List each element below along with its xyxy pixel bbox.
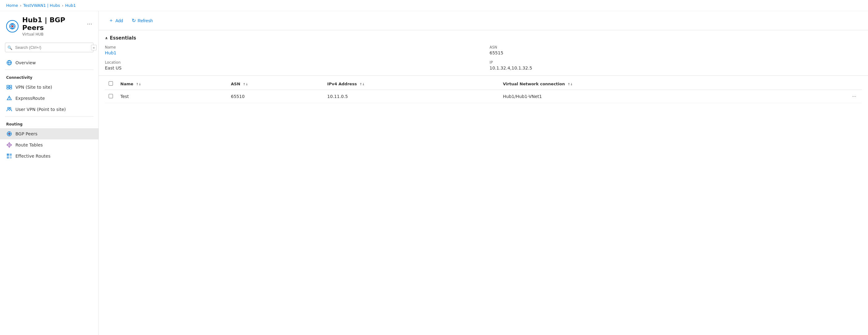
row-checkbox[interactable]	[108, 94, 113, 98]
table-header-checkbox	[105, 78, 117, 90]
table-section: Name ↑↓ ASN ↑↓ IPv4 Address ↑↓ Virtual	[99, 78, 868, 103]
svg-rect-38	[9, 153, 12, 156]
page-title-block: Hub1 | BGP Peers ··· Virtual HUB	[22, 16, 92, 36]
table-row: Test 65510 10.11.0.5 Hub1/Hub1-VNet1 ···	[105, 90, 862, 103]
col-vnetconn-sort[interactable]: ↑↓	[567, 83, 573, 86]
table-header-name[interactable]: Name ↑↓	[117, 78, 227, 90]
svg-point-30	[9, 147, 10, 148]
row-asn: 65510	[227, 90, 323, 103]
uservpn-icon	[6, 106, 12, 112]
sidebar-item-routetables[interactable]: Route Tables	[0, 139, 98, 150]
search-container: 🔍 «	[5, 43, 93, 52]
table-header-ipv4[interactable]: IPv4 Address ↑↓	[324, 78, 499, 90]
row-action-menu-btn[interactable]: ···	[850, 93, 858, 100]
essentials-location-label: Location	[105, 60, 477, 64]
svg-rect-11	[9, 87, 12, 89]
sidebar-item-routetables-label: Route Tables	[16, 142, 43, 147]
routing-divider	[5, 116, 93, 116]
essentials-location: Location East US	[105, 60, 477, 71]
col-ipv4-sort[interactable]: ↑↓	[360, 83, 365, 86]
sidebar-item-effectiveroutes[interactable]: Effective Routes	[0, 150, 98, 162]
effectiveroutes-icon	[6, 153, 12, 159]
svg-rect-9	[9, 85, 12, 87]
sidebar-item-expressroute-label: ExpressRoute	[16, 96, 45, 101]
svg-rect-8	[7, 85, 9, 87]
col-name-sort[interactable]: ↑↓	[136, 83, 141, 86]
essentials-name-label: Name	[105, 45, 477, 50]
essentials-grid: Name Hub1 ASN 65515 Location East US IP …	[105, 45, 862, 71]
sidebar-item-overview-label: Overview	[16, 60, 36, 65]
sidebar-item-uservpn-label: User VPN (Point to site)	[16, 107, 66, 112]
essentials-location-value: East US	[105, 65, 477, 71]
refresh-label: Refresh	[137, 18, 153, 23]
svg-point-32	[11, 145, 12, 145]
breadcrumb-home[interactable]: Home	[6, 3, 18, 8]
add-icon: ＋	[108, 17, 114, 24]
page-subtitle: Virtual HUB	[22, 32, 92, 36]
svg-rect-10	[7, 87, 9, 89]
sidebar: Hub1 | BGP Peers ··· Virtual HUB 🔍 «	[0, 11, 99, 335]
breadcrumb-testvwan[interactable]: TestVWAN1 | Hubs	[23, 3, 60, 8]
col-asn-label: ASN	[231, 82, 240, 86]
essentials-asn-label: ASN	[490, 45, 862, 50]
sidebar-item-overview[interactable]: Overview	[0, 57, 98, 68]
main-content: ＋ Add ↻ Refresh ∧ Essentials Name Hub1 A…	[99, 11, 868, 335]
essentials-ip: IP 10.1.32.4,10.1.32.5	[490, 60, 862, 71]
sidebar-item-expressroute[interactable]: ExpressRoute	[0, 93, 98, 104]
sidebar-item-vpn-label: VPN (Site to site)	[16, 85, 52, 90]
svg-rect-39	[7, 157, 9, 159]
sidebar-item-vpn[interactable]: VPN (Site to site)	[0, 82, 98, 93]
sidebar-item-uservpn[interactable]: User VPN (Point to site)	[0, 104, 98, 115]
essentials-name-value[interactable]: Hub1	[105, 50, 116, 55]
bgp-peers-table: Name ↑↓ ASN ↑↓ IPv4 Address ↑↓ Virtual	[105, 78, 862, 103]
svg-point-16	[9, 99, 9, 100]
toolbar: ＋ Add ↻ Refresh	[99, 11, 868, 30]
col-asn-sort[interactable]: ↑↓	[243, 83, 248, 86]
table-header-vnetconn[interactable]: Virtual Network connection ↑↓	[499, 78, 802, 90]
connectivity-section-label: Connectivity	[0, 71, 98, 82]
essentials-ip-label: IP	[490, 60, 862, 64]
bgp-icon	[6, 131, 12, 137]
add-button[interactable]: ＋ Add	[105, 16, 127, 26]
routetables-icon	[6, 142, 12, 148]
search-icon: 🔍	[7, 45, 12, 50]
svg-point-17	[8, 108, 9, 109]
table-header-actions	[802, 78, 862, 90]
row-ipv4: 10.11.0.5	[324, 90, 499, 103]
row-actions-cell: ···	[802, 90, 862, 103]
page-title: Hub1 | BGP Peers ···	[22, 16, 92, 31]
essentials-name: Name Hub1	[105, 45, 477, 55]
page-header: Hub1 | BGP Peers ··· Virtual HUB	[0, 11, 98, 39]
sidebar-item-bgppeers[interactable]: BGP Peers	[0, 128, 98, 139]
table-select-all-checkbox[interactable]	[108, 81, 113, 86]
search-input[interactable]	[5, 43, 93, 52]
col-vnetconn-label: Virtual Network connection	[503, 82, 565, 86]
svg-point-18	[9, 108, 11, 109]
connectivity-divider	[5, 69, 93, 70]
hub-icon	[6, 20, 19, 32]
svg-point-29	[9, 142, 10, 143]
routing-section-label: Routing	[0, 118, 98, 128]
essentials-section: ∧ Essentials Name Hub1 ASN 65515 Locatio…	[99, 30, 868, 76]
row-checkbox-cell	[105, 90, 117, 103]
refresh-icon: ↻	[132, 18, 136, 24]
essentials-asn-value: 65515	[490, 50, 862, 55]
overview-icon	[6, 60, 12, 66]
table-header-asn[interactable]: ASN ↑↓	[227, 78, 323, 90]
breadcrumb: Home › TestVWAN1 | Hubs › Hub1	[0, 0, 868, 11]
breadcrumb-hub1[interactable]: Hub1	[65, 3, 76, 8]
sidebar-collapse-btn[interactable]: «	[91, 45, 97, 50]
essentials-header[interactable]: ∧ Essentials	[105, 35, 862, 41]
essentials-title: Essentials	[110, 35, 136, 41]
svg-point-31	[7, 145, 8, 145]
essentials-chevron: ∧	[105, 36, 108, 40]
svg-rect-40	[9, 157, 12, 159]
svg-rect-37	[7, 153, 9, 156]
sidebar-item-bgppeers-label: BGP Peers	[16, 131, 37, 136]
add-label: Add	[115, 18, 123, 23]
col-ipv4-label: IPv4 Address	[328, 82, 357, 86]
refresh-button[interactable]: ↻ Refresh	[128, 16, 156, 25]
page-menu-btn[interactable]: ···	[87, 21, 92, 27]
sidebar-item-effectiveroutes-label: Effective Routes	[16, 153, 50, 159]
svg-point-28	[9, 144, 10, 145]
